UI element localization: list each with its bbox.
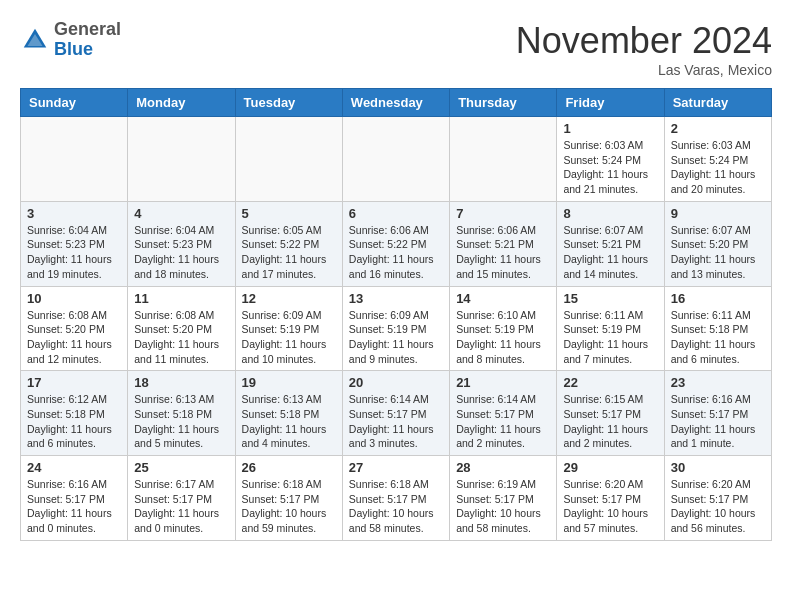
title-block: November 2024 Las Varas, Mexico	[516, 20, 772, 78]
calendar-day-cell: 2Sunrise: 6:03 AMSunset: 5:24 PMDaylight…	[664, 117, 771, 202]
calendar-day-cell: 20Sunrise: 6:14 AMSunset: 5:17 PMDayligh…	[342, 371, 449, 456]
day-number: 7	[456, 206, 550, 221]
day-number: 30	[671, 460, 765, 475]
day-number: 12	[242, 291, 336, 306]
day-number: 10	[27, 291, 121, 306]
calendar-header-row: SundayMondayTuesdayWednesdayThursdayFrid…	[21, 89, 772, 117]
day-info: Sunrise: 6:06 AMSunset: 5:22 PMDaylight:…	[349, 223, 443, 282]
logo-icon	[20, 25, 50, 55]
day-number: 9	[671, 206, 765, 221]
day-info: Sunrise: 6:09 AMSunset: 5:19 PMDaylight:…	[242, 308, 336, 367]
day-info: Sunrise: 6:12 AMSunset: 5:18 PMDaylight:…	[27, 392, 121, 451]
calendar-day-cell: 7Sunrise: 6:06 AMSunset: 5:21 PMDaylight…	[450, 201, 557, 286]
day-number: 24	[27, 460, 121, 475]
day-info: Sunrise: 6:08 AMSunset: 5:20 PMDaylight:…	[27, 308, 121, 367]
calendar-day-cell: 28Sunrise: 6:19 AMSunset: 5:17 PMDayligh…	[450, 456, 557, 541]
day-info: Sunrise: 6:04 AMSunset: 5:23 PMDaylight:…	[27, 223, 121, 282]
calendar-day-cell: 8Sunrise: 6:07 AMSunset: 5:21 PMDaylight…	[557, 201, 664, 286]
calendar-day-cell: 4Sunrise: 6:04 AMSunset: 5:23 PMDaylight…	[128, 201, 235, 286]
calendar-week-row: 3Sunrise: 6:04 AMSunset: 5:23 PMDaylight…	[21, 201, 772, 286]
weekday-header: Tuesday	[235, 89, 342, 117]
day-info: Sunrise: 6:20 AMSunset: 5:17 PMDaylight:…	[671, 477, 765, 536]
calendar-day-cell: 10Sunrise: 6:08 AMSunset: 5:20 PMDayligh…	[21, 286, 128, 371]
day-info: Sunrise: 6:07 AMSunset: 5:20 PMDaylight:…	[671, 223, 765, 282]
calendar-day-cell: 18Sunrise: 6:13 AMSunset: 5:18 PMDayligh…	[128, 371, 235, 456]
day-number: 4	[134, 206, 228, 221]
day-info: Sunrise: 6:05 AMSunset: 5:22 PMDaylight:…	[242, 223, 336, 282]
day-info: Sunrise: 6:11 AMSunset: 5:19 PMDaylight:…	[563, 308, 657, 367]
calendar-day-cell: 26Sunrise: 6:18 AMSunset: 5:17 PMDayligh…	[235, 456, 342, 541]
day-number: 15	[563, 291, 657, 306]
calendar-week-row: 24Sunrise: 6:16 AMSunset: 5:17 PMDayligh…	[21, 456, 772, 541]
calendar-day-cell	[128, 117, 235, 202]
calendar-week-row: 17Sunrise: 6:12 AMSunset: 5:18 PMDayligh…	[21, 371, 772, 456]
day-info: Sunrise: 6:13 AMSunset: 5:18 PMDaylight:…	[242, 392, 336, 451]
page-header: General Blue November 2024 Las Varas, Me…	[20, 20, 772, 78]
calendar-day-cell: 25Sunrise: 6:17 AMSunset: 5:17 PMDayligh…	[128, 456, 235, 541]
day-number: 3	[27, 206, 121, 221]
day-number: 1	[563, 121, 657, 136]
calendar-day-cell: 22Sunrise: 6:15 AMSunset: 5:17 PMDayligh…	[557, 371, 664, 456]
day-number: 22	[563, 375, 657, 390]
calendar-day-cell: 23Sunrise: 6:16 AMSunset: 5:17 PMDayligh…	[664, 371, 771, 456]
day-info: Sunrise: 6:11 AMSunset: 5:18 PMDaylight:…	[671, 308, 765, 367]
day-info: Sunrise: 6:03 AMSunset: 5:24 PMDaylight:…	[671, 138, 765, 197]
calendar-day-cell: 11Sunrise: 6:08 AMSunset: 5:20 PMDayligh…	[128, 286, 235, 371]
calendar-day-cell	[342, 117, 449, 202]
day-info: Sunrise: 6:17 AMSunset: 5:17 PMDaylight:…	[134, 477, 228, 536]
day-number: 20	[349, 375, 443, 390]
calendar-day-cell: 29Sunrise: 6:20 AMSunset: 5:17 PMDayligh…	[557, 456, 664, 541]
day-number: 27	[349, 460, 443, 475]
day-number: 14	[456, 291, 550, 306]
calendar-day-cell: 16Sunrise: 6:11 AMSunset: 5:18 PMDayligh…	[664, 286, 771, 371]
weekday-header: Saturday	[664, 89, 771, 117]
location-subtitle: Las Varas, Mexico	[516, 62, 772, 78]
calendar-day-cell: 3Sunrise: 6:04 AMSunset: 5:23 PMDaylight…	[21, 201, 128, 286]
day-number: 16	[671, 291, 765, 306]
calendar-day-cell: 12Sunrise: 6:09 AMSunset: 5:19 PMDayligh…	[235, 286, 342, 371]
weekday-header: Sunday	[21, 89, 128, 117]
day-info: Sunrise: 6:18 AMSunset: 5:17 PMDaylight:…	[349, 477, 443, 536]
day-number: 6	[349, 206, 443, 221]
day-number: 23	[671, 375, 765, 390]
day-number: 8	[563, 206, 657, 221]
calendar-day-cell: 1Sunrise: 6:03 AMSunset: 5:24 PMDaylight…	[557, 117, 664, 202]
day-number: 29	[563, 460, 657, 475]
calendar-table: SundayMondayTuesdayWednesdayThursdayFrid…	[20, 88, 772, 541]
day-info: Sunrise: 6:16 AMSunset: 5:17 PMDaylight:…	[671, 392, 765, 451]
day-number: 21	[456, 375, 550, 390]
day-info: Sunrise: 6:19 AMSunset: 5:17 PMDaylight:…	[456, 477, 550, 536]
calendar-day-cell	[235, 117, 342, 202]
weekday-header: Monday	[128, 89, 235, 117]
day-info: Sunrise: 6:16 AMSunset: 5:17 PMDaylight:…	[27, 477, 121, 536]
weekday-header: Thursday	[450, 89, 557, 117]
calendar-day-cell: 14Sunrise: 6:10 AMSunset: 5:19 PMDayligh…	[450, 286, 557, 371]
calendar-day-cell: 13Sunrise: 6:09 AMSunset: 5:19 PMDayligh…	[342, 286, 449, 371]
day-number: 25	[134, 460, 228, 475]
calendar-week-row: 1Sunrise: 6:03 AMSunset: 5:24 PMDaylight…	[21, 117, 772, 202]
calendar-day-cell: 17Sunrise: 6:12 AMSunset: 5:18 PMDayligh…	[21, 371, 128, 456]
calendar-day-cell: 6Sunrise: 6:06 AMSunset: 5:22 PMDaylight…	[342, 201, 449, 286]
calendar-day-cell: 21Sunrise: 6:14 AMSunset: 5:17 PMDayligh…	[450, 371, 557, 456]
day-number: 28	[456, 460, 550, 475]
calendar-day-cell	[450, 117, 557, 202]
day-number: 26	[242, 460, 336, 475]
day-info: Sunrise: 6:14 AMSunset: 5:17 PMDaylight:…	[456, 392, 550, 451]
calendar-day-cell: 27Sunrise: 6:18 AMSunset: 5:17 PMDayligh…	[342, 456, 449, 541]
day-info: Sunrise: 6:04 AMSunset: 5:23 PMDaylight:…	[134, 223, 228, 282]
day-info: Sunrise: 6:03 AMSunset: 5:24 PMDaylight:…	[563, 138, 657, 197]
day-info: Sunrise: 6:15 AMSunset: 5:17 PMDaylight:…	[563, 392, 657, 451]
day-info: Sunrise: 6:18 AMSunset: 5:17 PMDaylight:…	[242, 477, 336, 536]
day-info: Sunrise: 6:20 AMSunset: 5:17 PMDaylight:…	[563, 477, 657, 536]
logo: General Blue	[20, 20, 121, 60]
day-number: 5	[242, 206, 336, 221]
month-title: November 2024	[516, 20, 772, 62]
day-number: 19	[242, 375, 336, 390]
day-info: Sunrise: 6:08 AMSunset: 5:20 PMDaylight:…	[134, 308, 228, 367]
calendar-day-cell: 24Sunrise: 6:16 AMSunset: 5:17 PMDayligh…	[21, 456, 128, 541]
calendar-day-cell: 19Sunrise: 6:13 AMSunset: 5:18 PMDayligh…	[235, 371, 342, 456]
calendar-day-cell: 30Sunrise: 6:20 AMSunset: 5:17 PMDayligh…	[664, 456, 771, 541]
calendar-day-cell: 15Sunrise: 6:11 AMSunset: 5:19 PMDayligh…	[557, 286, 664, 371]
calendar-week-row: 10Sunrise: 6:08 AMSunset: 5:20 PMDayligh…	[21, 286, 772, 371]
calendar-day-cell: 5Sunrise: 6:05 AMSunset: 5:22 PMDaylight…	[235, 201, 342, 286]
